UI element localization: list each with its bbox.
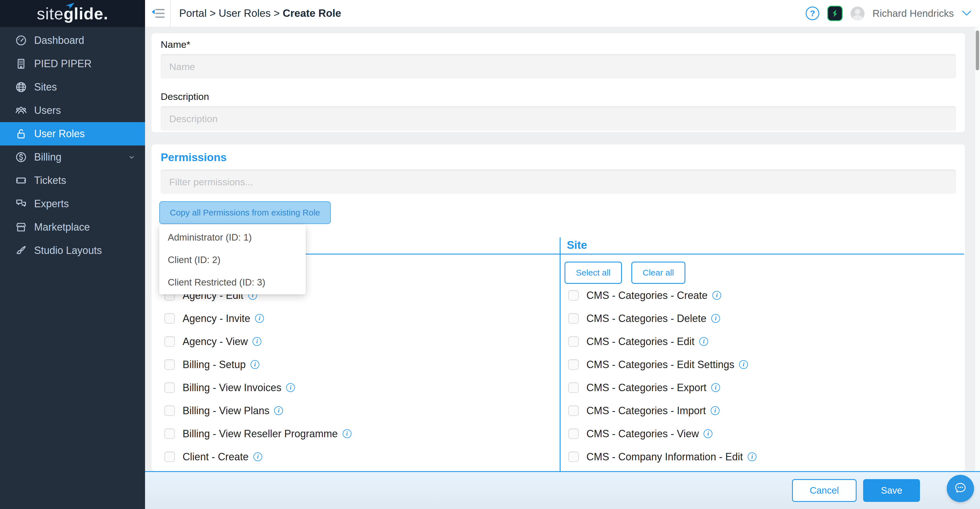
checkbox[interactable] (568, 452, 579, 462)
avatar[interactable] (851, 6, 865, 21)
checkbox[interactable] (164, 359, 175, 370)
info-icon[interactable]: i (713, 291, 721, 300)
permission-row[interactable]: Agency - View i (159, 330, 560, 353)
checkbox[interactable] (164, 382, 175, 393)
topbar-right: ? Richard Hendricks (806, 6, 980, 21)
sidebar-item-billing[interactable]: Billing (0, 145, 145, 169)
sidebar-item-users[interactable]: Users (0, 99, 145, 122)
page-content: Name* Description Permissions Copy all P… (145, 27, 980, 471)
site-column-header: Site (560, 238, 964, 254)
checkbox[interactable] (568, 290, 579, 301)
permissions-title: Permissions (161, 151, 956, 164)
info-icon[interactable]: i (711, 406, 719, 415)
name-input[interactable] (161, 54, 956, 78)
chat-bubble-icon (952, 480, 968, 496)
user-chevron-down-icon[interactable] (962, 10, 972, 16)
checkbox[interactable] (164, 313, 175, 324)
permission-row[interactable]: CMS - Categories - Delete i (560, 307, 964, 330)
sidebar-item-label: Experts (34, 198, 69, 210)
copy-permissions-dropdown: Administrator (ID: 1) Client (ID: 2) Cli… (159, 225, 306, 294)
info-icon[interactable]: i (748, 452, 756, 461)
info-icon[interactable]: i (711, 383, 720, 392)
checkbox[interactable] (164, 428, 175, 439)
info-icon[interactable]: i (739, 360, 748, 369)
info-icon[interactable]: i (286, 383, 295, 392)
permission-row[interactable]: Billing - Setup i (159, 353, 560, 376)
copy-permissions-button[interactable]: Copy all Permissions from existing Role (159, 201, 331, 224)
collapse-sidebar-icon[interactable] (151, 7, 165, 20)
help-icon[interactable]: ? (806, 6, 819, 20)
info-icon[interactable]: i (274, 406, 283, 415)
sidebar-item-dashboard[interactable]: Dashboard (0, 29, 145, 52)
sidebar-item-experts[interactable]: Experts (0, 192, 145, 215)
checkbox[interactable] (164, 452, 175, 462)
permission-row[interactable]: CMS - Categories - Edit i (560, 330, 964, 353)
sidebar-item-studio-layouts[interactable]: Studio Layouts (0, 239, 145, 262)
checkbox[interactable] (568, 405, 579, 416)
dropdown-item-administrator[interactable]: Administrator (ID: 1) (159, 226, 306, 249)
cancel-button[interactable]: Cancel (792, 479, 857, 502)
checkbox[interactable] (568, 313, 579, 324)
checkbox[interactable] (164, 336, 175, 347)
info-icon[interactable]: i (699, 337, 708, 346)
chat-bubbles-icon (15, 198, 27, 210)
permission-row[interactable]: CMS - Categories - Import i (560, 399, 964, 422)
permission-row[interactable]: Billing - View Invoices i (159, 376, 560, 399)
permission-row[interactable]: CMS - Categories - Create i (560, 284, 964, 307)
sidebar-item-sites[interactable]: Sites (0, 75, 145, 99)
globe-icon (15, 81, 27, 93)
sidebar-item-user-roles[interactable]: User Roles (0, 122, 145, 145)
info-icon[interactable]: i (711, 314, 720, 323)
storefront-icon (15, 221, 27, 233)
info-icon[interactable]: i (253, 452, 262, 461)
sidebar-item-label: Sites (34, 81, 57, 93)
sidebar-item-pied-piper[interactable]: PIED PIPER (0, 52, 145, 75)
app-window: siteglide. Dashboard PIED PIPER Sites Us… (0, 0, 980, 509)
select-all-button[interactable]: Select all (565, 262, 622, 284)
info-icon[interactable]: i (253, 337, 261, 346)
dropdown-item-client-restricted[interactable]: Client Restricted (ID: 3) (159, 271, 306, 294)
scrollbar-track[interactable] (975, 27, 980, 471)
info-icon[interactable]: i (343, 429, 352, 438)
permission-row[interactable]: CMS - Categories - Edit Settings i (560, 353, 964, 376)
permission-row[interactable]: Agency - Invite i (159, 307, 560, 330)
sidebar-item-label: Marketplace (34, 221, 90, 233)
user-menu[interactable]: Richard Hendricks (872, 8, 954, 19)
save-button[interactable]: Save (863, 479, 920, 502)
filter-permissions-input[interactable] (161, 169, 956, 194)
sidebar-item-tickets[interactable]: Tickets (0, 169, 145, 192)
permission-row[interactable]: CMS - Categories - View i (560, 422, 964, 445)
permission-row[interactable]: Client - Create i (159, 445, 560, 468)
permission-row[interactable]: Billing - View Plans i (159, 399, 560, 422)
action-footer: Cancel Save (145, 471, 980, 509)
green-bolt-icon (830, 8, 840, 18)
chat-fab-button[interactable] (947, 475, 974, 502)
name-label: Name* (161, 39, 956, 50)
sidebar-item-label: PIED PIPER (34, 58, 92, 70)
info-icon[interactable]: i (255, 314, 264, 323)
checkbox[interactable] (568, 336, 579, 347)
sidebar-item-marketplace[interactable]: Marketplace (0, 215, 145, 239)
breadcrumb: Portal > User Roles > Create Role (179, 7, 341, 19)
sidebar: siteglide. Dashboard PIED PIPER Sites Us… (0, 0, 145, 509)
scrollbar-thumb[interactable] (976, 30, 979, 70)
siteglide-logo[interactable]: siteglide. (0, 0, 145, 27)
chevron-down-icon (127, 153, 136, 161)
sidebar-item-label: Billing (34, 151, 61, 163)
info-icon[interactable]: i (251, 360, 259, 369)
paper-plane-icon (65, 2, 75, 10)
siteglide-app-icon[interactable] (827, 6, 843, 21)
checkbox[interactable] (568, 428, 579, 439)
checkbox[interactable] (568, 359, 579, 370)
description-input[interactable] (161, 106, 956, 131)
checkbox[interactable] (568, 382, 579, 393)
clear-all-button[interactable]: Clear all (632, 262, 686, 284)
checkbox[interactable] (164, 405, 175, 416)
dropdown-item-client[interactable]: Client (ID: 2) (159, 249, 306, 271)
permission-row[interactable]: CMS - Categories - Export i (560, 376, 964, 399)
permission-row[interactable]: CMS - Company Information - Edit i (560, 445, 964, 468)
logo-text-light: site (37, 4, 64, 23)
permission-row[interactable]: Billing - View Reseller Programme i (159, 422, 560, 445)
sidebar-item-label: Tickets (34, 174, 66, 187)
info-icon[interactable]: i (703, 429, 713, 438)
